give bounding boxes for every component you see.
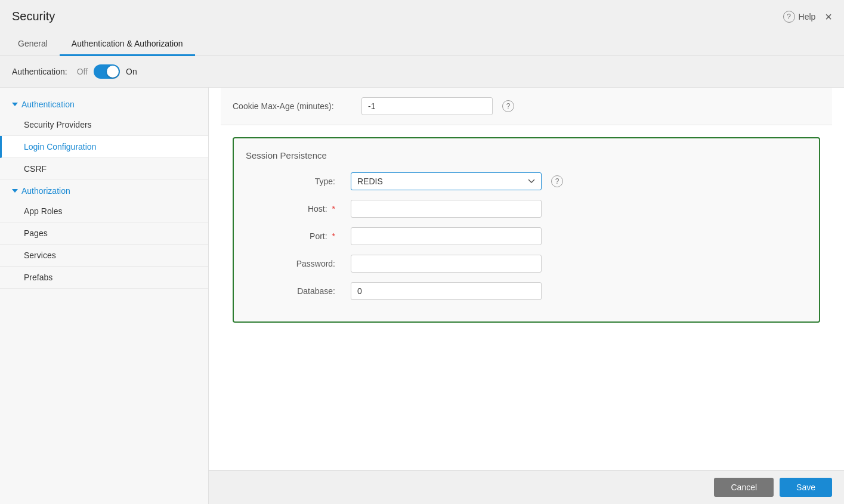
port-required-star: * bbox=[332, 231, 335, 241]
password-input[interactable] bbox=[351, 255, 542, 273]
type-row: Type: REDIS MEMCACHED JDBC HAZELCAST ? bbox=[246, 172, 807, 190]
title-bar-left: Security bbox=[12, 10, 55, 23]
session-persistence-title: Session Persistence bbox=[246, 150, 807, 160]
sidebar-item-pages[interactable]: Pages bbox=[0, 222, 208, 245]
save-button[interactable]: Save bbox=[780, 478, 832, 497]
port-row: Port: * bbox=[246, 227, 807, 245]
sidebar-authz-label: Authorization bbox=[21, 186, 70, 196]
toggle-row: Authentication: Off On bbox=[0, 56, 844, 88]
sidebar-auth-header[interactable]: Authentication bbox=[0, 94, 208, 114]
content-area: Cookie Max-Age (minutes): ? Session Pers… bbox=[209, 88, 844, 504]
cookie-section: Cookie Max-Age (minutes): ? bbox=[221, 88, 832, 125]
authz-triangle-icon bbox=[12, 189, 18, 193]
sidebar-item-app-roles[interactable]: App Roles bbox=[0, 200, 208, 222]
database-row: Database: bbox=[246, 282, 807, 300]
sidebar: Authentication Security Providers Login … bbox=[0, 88, 209, 504]
title-bar: Security ? Help × bbox=[0, 0, 844, 33]
session-persistence-card: Session Persistence Type: REDIS MEMCACHE… bbox=[233, 137, 820, 323]
sidebar-item-prefabs[interactable]: Prefabs bbox=[0, 267, 208, 289]
sidebar-item-services[interactable]: Services bbox=[0, 245, 208, 267]
sidebar-item-security-providers[interactable]: Security Providers bbox=[0, 114, 208, 136]
sidebar-item-login-configuration[interactable]: Login Configuration bbox=[0, 136, 208, 158]
title-bar-right: ? Help × bbox=[783, 11, 832, 23]
close-button[interactable]: × bbox=[825, 11, 832, 23]
content-inner: Cookie Max-Age (minutes): ? Session Pers… bbox=[209, 88, 844, 382]
cookie-maxage-label: Cookie Max-Age (minutes): bbox=[233, 101, 352, 111]
cookie-maxage-input[interactable] bbox=[361, 97, 493, 115]
host-row: Host: * bbox=[246, 200, 807, 218]
help-label: Help bbox=[799, 12, 816, 21]
help-button[interactable]: ? Help bbox=[783, 11, 816, 23]
password-row: Password: bbox=[246, 255, 807, 273]
type-select[interactable]: REDIS MEMCACHED JDBC HAZELCAST bbox=[351, 172, 542, 190]
tabs-bar: General Authentication & Authorization bbox=[0, 33, 844, 56]
sidebar-auth-label: Authentication bbox=[21, 100, 75, 109]
tab-auth[interactable]: Authentication & Authorization bbox=[60, 33, 195, 56]
footer: Cancel Save bbox=[209, 470, 844, 504]
cancel-button[interactable]: Cancel bbox=[714, 478, 774, 497]
sidebar-authz-header[interactable]: Authorization bbox=[0, 180, 208, 200]
host-label: Host: * bbox=[246, 204, 341, 214]
type-label: Type: bbox=[246, 177, 341, 186]
help-circle-icon: ? bbox=[783, 11, 795, 23]
authentication-toggle-label: Authentication: bbox=[12, 67, 67, 76]
security-window: Security ? Help × General Authentication… bbox=[0, 0, 844, 504]
authentication-toggle[interactable] bbox=[94, 64, 120, 79]
auth-triangle-icon bbox=[12, 103, 18, 106]
database-input[interactable] bbox=[351, 282, 542, 300]
tab-general[interactable]: General bbox=[6, 33, 60, 56]
toggle-on-label: On bbox=[126, 67, 137, 76]
window-title: Security bbox=[12, 10, 55, 23]
port-input[interactable] bbox=[351, 227, 542, 245]
host-input[interactable] bbox=[351, 200, 542, 218]
toggle-off-label: Off bbox=[77, 67, 88, 76]
database-label: Database: bbox=[246, 286, 341, 296]
cookie-help-icon[interactable]: ? bbox=[502, 100, 514, 112]
password-label: Password: bbox=[246, 259, 341, 268]
host-required-star: * bbox=[332, 204, 335, 214]
main-content: Authentication Security Providers Login … bbox=[0, 88, 844, 504]
sidebar-item-csrf[interactable]: CSRF bbox=[0, 158, 208, 180]
type-help-icon[interactable]: ? bbox=[551, 175, 563, 187]
port-label: Port: * bbox=[246, 231, 341, 241]
